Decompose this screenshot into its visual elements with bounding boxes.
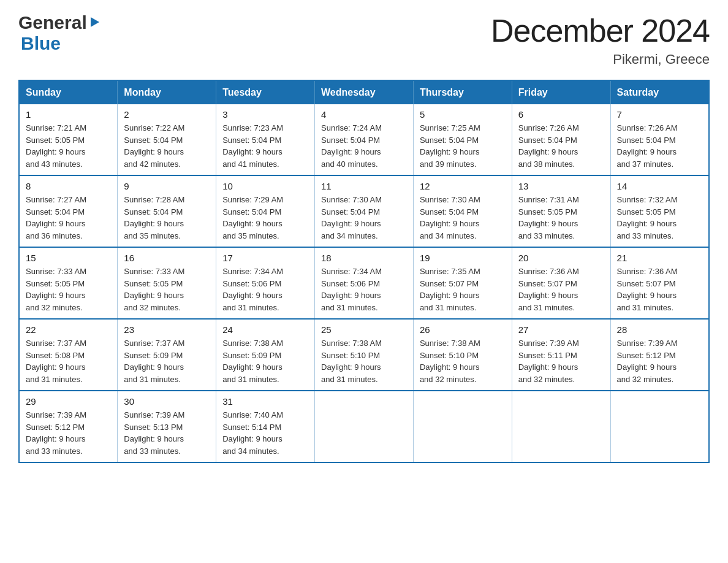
logo: General Blue	[18, 12, 100, 54]
day-number: 24	[222, 324, 308, 335]
day-info: Sunrise: 7:27 AMSunset: 5:04 PMDaylight:…	[26, 194, 111, 242]
calendar-cell: 28Sunrise: 7:39 AMSunset: 5:12 PMDayligh…	[610, 319, 709, 391]
day-number: 20	[518, 253, 604, 263]
calendar-cell: 10Sunrise: 7:29 AMSunset: 5:04 PMDayligh…	[216, 175, 315, 247]
day-number: 14	[617, 181, 702, 191]
logo-general-text: General	[18, 12, 87, 33]
calendar-cell: 9Sunrise: 7:28 AMSunset: 5:04 PMDaylight…	[118, 175, 216, 247]
calendar-cell: 12Sunrise: 7:30 AMSunset: 5:04 PMDayligh…	[413, 175, 512, 247]
location: Pikermi, Greece	[491, 52, 710, 67]
day-number: 29	[26, 396, 111, 407]
day-number: 2	[124, 109, 210, 120]
calendar-cell	[610, 391, 709, 462]
calendar-cell: 25Sunrise: 7:38 AMSunset: 5:10 PMDayligh…	[315, 319, 414, 391]
day-number: 26	[420, 324, 506, 335]
calendar-cell: 24Sunrise: 7:38 AMSunset: 5:09 PMDayligh…	[216, 319, 315, 391]
calendar-cell: 30Sunrise: 7:39 AMSunset: 5:13 PMDayligh…	[118, 391, 216, 462]
logo-blue-text: Blue	[21, 33, 61, 54]
calendar-cell: 2Sunrise: 7:22 AMSunset: 5:04 PMDaylight…	[118, 104, 216, 175]
svg-marker-0	[91, 17, 99, 27]
day-number: 6	[518, 109, 604, 120]
day-info: Sunrise: 7:28 AMSunset: 5:04 PMDaylight:…	[124, 194, 210, 242]
logo-arrow-icon	[88, 16, 100, 28]
calendar-cell: 3Sunrise: 7:23 AMSunset: 5:04 PMDaylight…	[216, 104, 315, 175]
calendar-header-row: Sunday Monday Tuesday Wednesday Thursday…	[19, 80, 709, 104]
calendar-cell: 22Sunrise: 7:37 AMSunset: 5:08 PMDayligh…	[19, 319, 118, 391]
day-number: 28	[617, 324, 702, 335]
col-monday: Monday	[118, 80, 216, 104]
calendar-cell: 11Sunrise: 7:30 AMSunset: 5:04 PMDayligh…	[315, 175, 414, 247]
day-number: 15	[26, 253, 111, 263]
day-info: Sunrise: 7:38 AMSunset: 5:10 PMDaylight:…	[420, 337, 506, 385]
calendar-cell: 15Sunrise: 7:33 AMSunset: 5:05 PMDayligh…	[19, 247, 118, 319]
day-info: Sunrise: 7:21 AMSunset: 5:05 PMDaylight:…	[26, 122, 111, 170]
calendar-cell: 21Sunrise: 7:36 AMSunset: 5:07 PMDayligh…	[610, 247, 709, 319]
day-number: 27	[518, 324, 604, 335]
day-number: 8	[26, 181, 111, 191]
calendar-cell: 26Sunrise: 7:38 AMSunset: 5:10 PMDayligh…	[413, 319, 512, 391]
day-info: Sunrise: 7:35 AMSunset: 5:07 PMDaylight:…	[420, 266, 506, 313]
day-number: 17	[222, 253, 308, 263]
day-info: Sunrise: 7:34 AMSunset: 5:06 PMDaylight:…	[222, 266, 308, 313]
day-info: Sunrise: 7:22 AMSunset: 5:04 PMDaylight:…	[124, 122, 210, 170]
calendar-week-row: 1Sunrise: 7:21 AMSunset: 5:05 PMDaylight…	[19, 104, 709, 175]
day-info: Sunrise: 7:33 AMSunset: 5:05 PMDaylight:…	[26, 266, 111, 313]
day-info: Sunrise: 7:38 AMSunset: 5:10 PMDaylight:…	[321, 337, 407, 385]
day-info: Sunrise: 7:29 AMSunset: 5:04 PMDaylight:…	[222, 194, 308, 242]
calendar-cell: 8Sunrise: 7:27 AMSunset: 5:04 PMDaylight…	[19, 175, 118, 247]
col-wednesday: Wednesday	[315, 80, 414, 104]
calendar-week-row: 8Sunrise: 7:27 AMSunset: 5:04 PMDaylight…	[19, 175, 709, 247]
day-number: 10	[222, 181, 308, 191]
col-saturday: Saturday	[610, 80, 709, 104]
day-number: 18	[321, 253, 407, 263]
calendar-cell: 18Sunrise: 7:34 AMSunset: 5:06 PMDayligh…	[315, 247, 414, 319]
calendar-cell: 19Sunrise: 7:35 AMSunset: 5:07 PMDayligh…	[413, 247, 512, 319]
page-header: General Blue December 2024 Pikermi, Gree…	[18, 12, 710, 67]
month-title: December 2024	[491, 12, 710, 49]
calendar-week-row: 22Sunrise: 7:37 AMSunset: 5:08 PMDayligh…	[19, 319, 709, 391]
col-sunday: Sunday	[19, 80, 118, 104]
calendar-cell: 20Sunrise: 7:36 AMSunset: 5:07 PMDayligh…	[512, 247, 610, 319]
day-number: 9	[124, 181, 210, 191]
calendar-cell: 1Sunrise: 7:21 AMSunset: 5:05 PMDaylight…	[19, 104, 118, 175]
day-info: Sunrise: 7:30 AMSunset: 5:04 PMDaylight:…	[420, 194, 506, 242]
day-info: Sunrise: 7:38 AMSunset: 5:09 PMDaylight:…	[222, 337, 308, 385]
calendar-cell	[315, 391, 414, 462]
day-number: 16	[124, 253, 210, 263]
day-number: 4	[321, 109, 407, 120]
day-number: 7	[617, 109, 702, 120]
day-number: 13	[518, 181, 604, 191]
day-number: 21	[617, 253, 702, 263]
day-info: Sunrise: 7:25 AMSunset: 5:04 PMDaylight:…	[420, 122, 506, 170]
calendar-table: Sunday Monday Tuesday Wednesday Thursday…	[18, 80, 710, 463]
day-info: Sunrise: 7:26 AMSunset: 5:04 PMDaylight:…	[518, 122, 604, 170]
calendar-cell: 7Sunrise: 7:26 AMSunset: 5:04 PMDaylight…	[610, 104, 709, 175]
day-info: Sunrise: 7:39 AMSunset: 5:12 PMDaylight:…	[617, 337, 702, 385]
calendar-cell: 14Sunrise: 7:32 AMSunset: 5:05 PMDayligh…	[610, 175, 709, 247]
day-number: 3	[222, 109, 308, 120]
calendar-cell: 5Sunrise: 7:25 AMSunset: 5:04 PMDaylight…	[413, 104, 512, 175]
calendar-cell: 13Sunrise: 7:31 AMSunset: 5:05 PMDayligh…	[512, 175, 610, 247]
day-info: Sunrise: 7:37 AMSunset: 5:09 PMDaylight:…	[124, 337, 210, 385]
calendar-cell: 17Sunrise: 7:34 AMSunset: 5:06 PMDayligh…	[216, 247, 315, 319]
day-info: Sunrise: 7:33 AMSunset: 5:05 PMDaylight:…	[124, 266, 210, 313]
calendar-cell: 27Sunrise: 7:39 AMSunset: 5:11 PMDayligh…	[512, 319, 610, 391]
day-info: Sunrise: 7:39 AMSunset: 5:12 PMDaylight:…	[26, 409, 111, 457]
day-info: Sunrise: 7:40 AMSunset: 5:14 PMDaylight:…	[222, 409, 308, 457]
day-number: 23	[124, 324, 210, 335]
col-tuesday: Tuesday	[216, 80, 315, 104]
day-number: 12	[420, 181, 506, 191]
day-info: Sunrise: 7:36 AMSunset: 5:07 PMDaylight:…	[518, 266, 604, 313]
calendar-cell: 29Sunrise: 7:39 AMSunset: 5:12 PMDayligh…	[19, 391, 118, 462]
day-number: 11	[321, 181, 407, 191]
calendar-cell: 6Sunrise: 7:26 AMSunset: 5:04 PMDaylight…	[512, 104, 610, 175]
day-number: 22	[26, 324, 111, 335]
day-info: Sunrise: 7:39 AMSunset: 5:11 PMDaylight:…	[518, 337, 604, 385]
day-number: 19	[420, 253, 506, 263]
day-info: Sunrise: 7:26 AMSunset: 5:04 PMDaylight:…	[617, 122, 702, 170]
calendar-cell: 4Sunrise: 7:24 AMSunset: 5:04 PMDaylight…	[315, 104, 414, 175]
day-info: Sunrise: 7:37 AMSunset: 5:08 PMDaylight:…	[26, 337, 111, 385]
day-info: Sunrise: 7:36 AMSunset: 5:07 PMDaylight:…	[617, 266, 702, 313]
day-number: 25	[321, 324, 407, 335]
day-number: 30	[124, 396, 210, 407]
